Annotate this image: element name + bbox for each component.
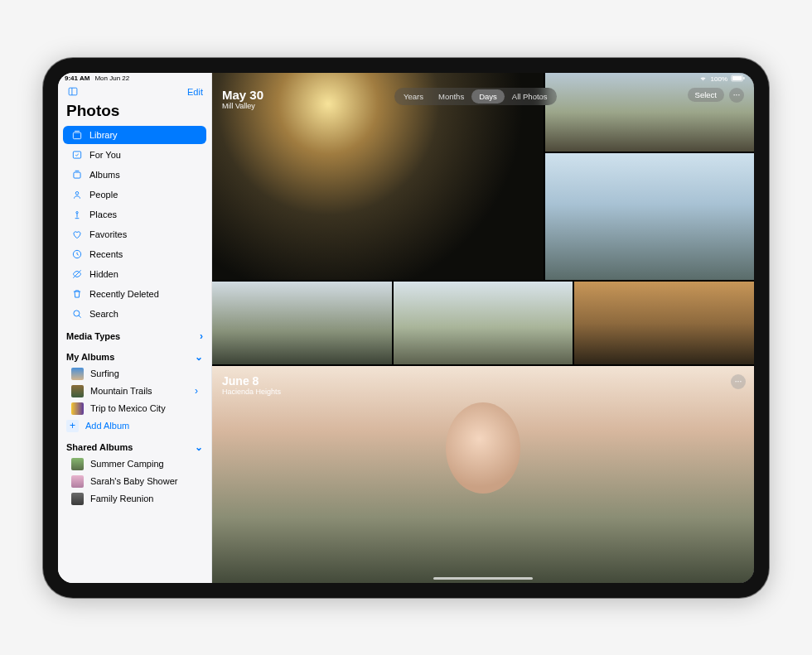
sidebar-item-label: Albums — [89, 170, 120, 180]
sidebar-item-favorites[interactable]: Favorites — [63, 225, 206, 243]
album-thumb — [71, 475, 84, 488]
device-frame: 9:41 AM Mon Jun 22 Edit Photos Library F… — [43, 58, 769, 598]
album-label: Mountain Trails — [90, 386, 188, 396]
photo-tile[interactable] — [394, 282, 573, 364]
main-content: 100% — [212, 73, 754, 583]
day-location: Hacienda Heights — [222, 388, 281, 396]
sidebar-item-hidden[interactable]: Hidden — [63, 265, 206, 283]
album-thumb — [71, 458, 84, 470]
album-label: Summer Camping — [90, 459, 164, 469]
more-button[interactable]: ··· — [731, 374, 746, 389]
section-title: Media Types — [66, 331, 120, 341]
day-header[interactable]: June 8 Hacienda Heights — [222, 374, 281, 396]
album-sarahs-baby-shower[interactable]: Sarah's Baby Shower — [63, 473, 206, 490]
chevron-right-icon — [200, 330, 203, 342]
sidebar-item-label: Places — [89, 210, 117, 219]
sidebar-item-search[interactable]: Search — [63, 305, 206, 323]
svg-line-10 — [79, 315, 81, 318]
plus-icon: + — [66, 420, 79, 432]
sidebar-item-label: Library — [89, 130, 118, 140]
places-icon — [71, 209, 83, 220]
photo-tile[interactable] — [212, 282, 392, 364]
sidebar-item-places[interactable]: Places — [63, 205, 206, 224]
photo-tile[interactable] — [574, 282, 754, 364]
sidebar-item-recently-deleted[interactable]: Recently Deleted — [63, 285, 206, 303]
add-album-label: Add Album — [85, 421, 129, 431]
status-time: 9:41 AM — [65, 75, 89, 84]
album-summer-camping[interactable]: Summer Camping — [63, 455, 206, 473]
time-scale-segmented-control[interactable]: Years Months Days All Photos — [394, 88, 557, 105]
add-album-button[interactable]: + Add Album — [63, 417, 206, 435]
segment-all-photos[interactable]: All Photos — [505, 89, 555, 104]
album-label: Family Reunion — [90, 494, 153, 503]
day-location: Mill Valley — [222, 102, 263, 110]
album-label: Trip to Mexico City — [90, 403, 166, 413]
sidebar-item-albums[interactable]: Albums — [63, 166, 206, 184]
sidebar-item-library[interactable]: Library — [63, 126, 206, 144]
chevron-right-icon — [195, 385, 198, 397]
eye-off-icon — [71, 268, 83, 280]
sidebar-item-label: Search — [89, 309, 118, 319]
album-label: Surfing — [90, 368, 119, 378]
svg-rect-4 — [74, 172, 80, 178]
status-bar-right: 100% — [698, 75, 746, 84]
section-my-albums[interactable]: My Albums — [58, 344, 211, 365]
people-icon — [71, 189, 83, 200]
app-title: Photos — [58, 102, 211, 125]
section-media-types[interactable]: Media Types — [58, 324, 211, 344]
segment-years[interactable]: Years — [396, 89, 431, 104]
battery-icon — [731, 75, 746, 84]
svg-point-6 — [76, 211, 78, 213]
screen: 9:41 AM Mon Jun 22 Edit Photos Library F… — [58, 73, 754, 583]
sidebar-item-label: Recently Deleted — [89, 289, 159, 299]
home-indicator[interactable] — [433, 577, 533, 580]
ellipsis-icon: ··· — [735, 377, 742, 386]
section-shared-albums[interactable]: Shared Albums — [58, 435, 211, 455]
album-trip-to-mexico-city[interactable]: Trip to Mexico City — [63, 400, 206, 417]
chevron-down-icon — [195, 351, 203, 363]
album-mountain-trails[interactable]: Mountain Trails — [63, 383, 206, 400]
clock-icon — [71, 248, 83, 260]
sidebar-item-recents[interactable]: Recents — [63, 245, 206, 263]
wifi-icon — [698, 75, 708, 84]
sidebar-item-label: For You — [89, 150, 121, 160]
edit-button[interactable]: Edit — [187, 87, 203, 97]
svg-rect-12 — [732, 76, 742, 80]
svg-rect-2 — [73, 132, 80, 139]
svg-rect-13 — [743, 77, 744, 79]
sidebar: 9:41 AM Mon Jun 22 Edit Photos Library F… — [58, 73, 212, 583]
svg-rect-0 — [69, 88, 77, 95]
photo-tile[interactable]: June 8 Hacienda Heights ··· — [212, 366, 754, 583]
day-header[interactable]: May 30 Mill Valley — [222, 88, 263, 110]
album-family-reunion[interactable]: Family Reunion — [63, 490, 206, 508]
sidebar-item-people[interactable]: People — [63, 185, 206, 204]
status-bar-left: 9:41 AM Mon Jun 22 — [58, 73, 211, 84]
svg-point-9 — [74, 310, 80, 315]
segment-months[interactable]: Months — [431, 89, 471, 104]
day-date: May 30 — [222, 88, 263, 102]
segment-days[interactable]: Days — [471, 89, 505, 104]
more-button[interactable]: ··· — [729, 88, 744, 103]
select-button[interactable]: Select — [688, 88, 724, 102]
album-label: Sarah's Baby Shower — [90, 476, 177, 486]
section-title: My Albums — [66, 352, 114, 362]
album-thumb — [71, 368, 84, 380]
sidebar-item-for-you[interactable]: For You — [63, 146, 206, 164]
album-thumb — [71, 493, 84, 505]
album-surfing[interactable]: Surfing — [63, 365, 206, 383]
status-date: Mon Jun 22 — [94, 75, 129, 84]
sidebar-item-label: Hidden — [89, 269, 118, 279]
photo-tile[interactable] — [545, 73, 754, 152]
svg-point-5 — [75, 191, 79, 195]
toggle-sidebar-icon[interactable] — [66, 86, 80, 99]
search-icon — [71, 308, 83, 320]
photo-tile[interactable] — [545, 153, 754, 280]
sidebar-item-label: Recents — [89, 249, 123, 259]
battery-percent: 100% — [711, 75, 727, 83]
day-date: June 8 — [222, 374, 281, 388]
album-thumb — [71, 385, 84, 397]
portrait-subject — [446, 402, 520, 494]
library-icon — [71, 129, 83, 141]
ellipsis-icon: ··· — [733, 90, 740, 99]
for-you-icon — [71, 149, 83, 161]
